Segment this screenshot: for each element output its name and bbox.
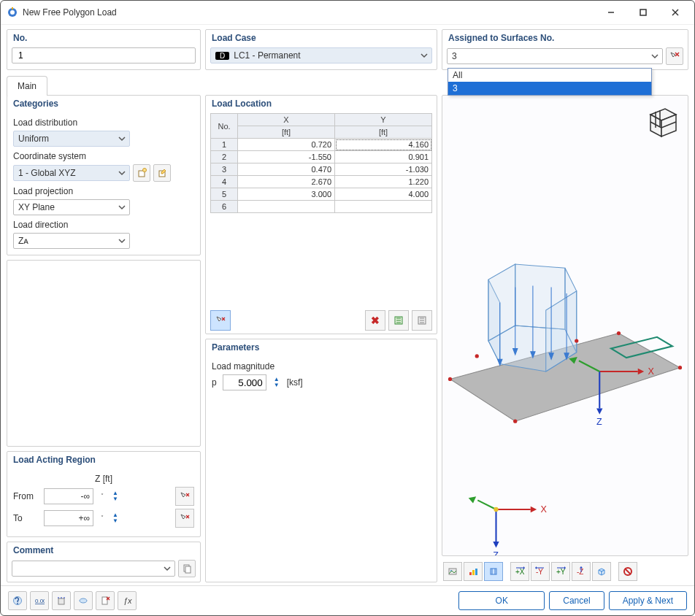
acting-header: Load Acting Region	[7, 452, 200, 469]
from-value-input[interactable]: -∞	[44, 488, 93, 504]
svg-text:ƒx: ƒx	[123, 596, 132, 605]
coordinate-system-dropdown[interactable]: 1 - Global XYZ	[13, 165, 130, 181]
from-pick-button[interactable]	[175, 487, 194, 506]
cancel-button[interactable]: Cancel	[549, 591, 604, 610]
export-button[interactable]	[388, 310, 409, 331]
svg-point-48	[617, 331, 621, 335]
new-cs-button[interactable]	[133, 164, 150, 182]
svg-rect-99	[102, 597, 107, 604]
svg-marker-85	[580, 566, 583, 568]
table-row[interactable]: 30.470-1.030	[211, 163, 432, 176]
svg-point-10	[143, 169, 147, 172]
no-input[interactable]	[12, 47, 196, 63]
svg-point-52	[575, 339, 578, 342]
table-row[interactable]: 10.7204.160	[211, 139, 432, 151]
svg-rect-70	[475, 569, 477, 575]
acting-column-header: Z [ft]	[13, 474, 194, 484]
delete-row-button[interactable]: ✖	[365, 310, 385, 331]
close-button[interactable]	[659, 1, 691, 23]
comment-copy-button[interactable]	[178, 560, 196, 577]
svg-point-47	[448, 377, 452, 381]
vp-display-button[interactable]	[443, 562, 462, 581]
comment-input[interactable]	[12, 561, 175, 577]
help-button[interactable]	[8, 591, 27, 610]
load-projection-label: Load projection	[13, 186, 194, 196]
chevron-down-icon	[118, 134, 126, 143]
svg-rect-71	[491, 569, 496, 574]
assigned-value: 3	[452, 51, 457, 61]
to-value-input[interactable]: +∞	[44, 510, 93, 526]
p-value-input[interactable]	[223, 374, 266, 390]
footer: 0.00 ƒx OK Cancel Apply & Next	[1, 585, 694, 615]
location-table[interactable]: No. X Y [ft] [ft] 10.7204.1602-1.5500.90…	[210, 113, 432, 213]
window-title: New Free Polygon Load	[23, 7, 595, 18]
viewport-toolbar: +X -Y +Y -Z	[442, 561, 688, 582]
table-row[interactable]: 42.6701.220	[211, 176, 432, 188]
svg-rect-4	[640, 9, 646, 15]
vp-plus-y-button[interactable]: +Y	[551, 562, 570, 581]
table-row[interactable]: 53.0004.000	[211, 188, 432, 201]
svg-text:+X: +X	[515, 568, 525, 576]
load-projection-dropdown[interactable]: XY Plane	[13, 199, 130, 215]
assigned-option-3[interactable]: 3	[448, 82, 651, 95]
svg-line-90	[625, 569, 631, 574]
load-case-dropdown[interactable]: D LC1 - Permanent	[210, 47, 432, 63]
chevron-down-icon	[118, 203, 126, 212]
script-button[interactable]: ƒx	[118, 591, 137, 610]
table-row[interactable]: 2-1.5500.901	[211, 151, 432, 163]
vp-load-display-button[interactable]	[484, 562, 503, 581]
edit-cs-button[interactable]	[153, 164, 171, 182]
tab-main[interactable]: Main	[7, 76, 47, 96]
from-stepper[interactable]: ▲▼	[111, 490, 120, 502]
load-projection-value: XY Plane	[18, 202, 55, 212]
panel-no: No.	[7, 29, 201, 70]
load-distribution-dropdown[interactable]: Uniform	[13, 131, 130, 147]
load-distribution-label: Load distribution	[13, 118, 194, 128]
chevron-down-icon	[650, 52, 659, 61]
vp-reset-button[interactable]	[618, 562, 637, 581]
load-library-button[interactable]	[52, 591, 71, 610]
vp-minus-y-button[interactable]: -Y	[531, 562, 550, 581]
vp-plus-x-button[interactable]: +X	[510, 562, 529, 581]
units-button[interactable]: 0.00	[30, 591, 49, 610]
import-button[interactable]	[412, 310, 432, 331]
svg-point-51	[475, 354, 479, 358]
svg-point-49	[678, 366, 682, 369]
pick-point-button[interactable]	[210, 310, 231, 331]
to-stepper[interactable]: ▲▼	[111, 512, 120, 524]
assigned-option-all[interactable]: All	[448, 69, 651, 82]
minimize-button[interactable]	[595, 1, 627, 23]
svg-marker-56	[596, 408, 602, 414]
load-direction-label: Load direction	[13, 220, 194, 230]
vp-iso-view-button[interactable]	[592, 562, 611, 581]
panel-empty	[7, 260, 201, 447]
svg-point-98	[80, 598, 87, 603]
svg-point-50	[513, 420, 517, 423]
cloudy-button[interactable]	[74, 591, 93, 610]
to-dropdown-toggle[interactable]: ˅	[98, 515, 107, 521]
load-direction-dropdown[interactable]: Zᴀ	[13, 233, 130, 249]
vp-minus-z-button[interactable]: -Z	[572, 562, 591, 581]
to-label: To	[13, 513, 39, 523]
vp-colors-button[interactable]	[464, 562, 483, 581]
viewport-3d[interactable]: X Z X Z	[442, 95, 688, 556]
location-header: Load Location	[206, 96, 437, 113]
maximize-button[interactable]	[627, 1, 659, 23]
chevron-down-icon	[118, 236, 126, 245]
chevron-down-icon	[118, 169, 126, 177]
from-dropdown-toggle[interactable]: ˅	[98, 493, 107, 499]
svg-rect-69	[472, 570, 475, 575]
assigned-dropdown[interactable]: 3 All 3	[447, 48, 663, 64]
table-row[interactable]: 6	[211, 201, 432, 213]
doc-delete-button[interactable]	[96, 591, 115, 610]
ok-button[interactable]: OK	[458, 591, 545, 610]
pick-surfaces-button[interactable]	[666, 47, 683, 65]
apply-next-button[interactable]: Apply & Next	[609, 591, 687, 610]
p-stepper[interactable]: ▲▼	[272, 377, 281, 388]
svg-text:+Y: +Y	[556, 568, 566, 576]
panel-assigned-surfaces: Assigned to Surfaces No. 3 All 3	[442, 29, 688, 70]
load-direction-value: Zᴀ	[18, 236, 28, 246]
svg-rect-17	[185, 566, 191, 573]
axis-z-label: Z	[596, 417, 602, 428]
to-pick-button[interactable]	[175, 509, 194, 528]
